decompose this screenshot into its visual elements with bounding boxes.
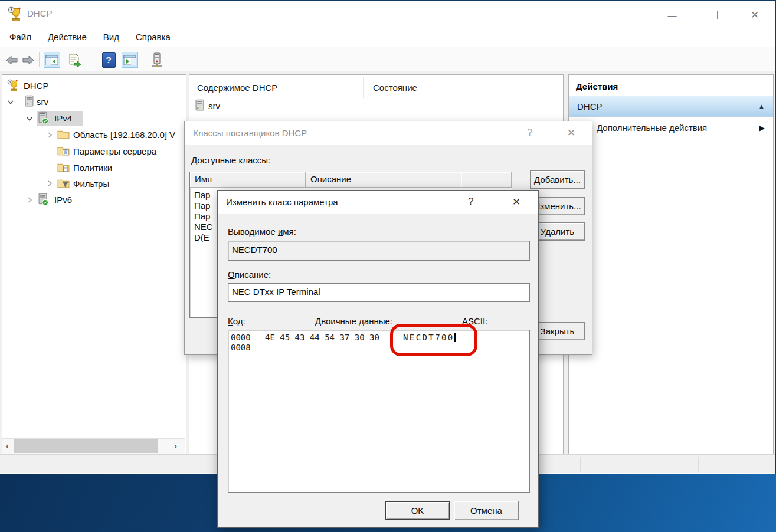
tree-item-ipv4[interactable]: IPv4 [54, 113, 72, 123]
actions-group-dhcp[interactable]: DHCP ▲ [569, 96, 773, 117]
filters-icon [57, 178, 70, 189]
server-icon [195, 99, 204, 111]
edit-dialog-titlebar[interactable]: Изменить класс параметра ? ✕ [218, 191, 538, 214]
tree-item-ipv6[interactable]: IPv6 [54, 195, 72, 205]
window-titlebar[interactable]: DHCP — ✕ [0, 1, 775, 27]
display-name-value: NECDT700 [228, 241, 529, 255]
vendor-dialog-titlebar[interactable]: Классы поставщиков DHCP ? ✕ [185, 121, 592, 145]
tree-item-srv[interactable]: srv [37, 97, 48, 107]
code-label: Код: [228, 316, 245, 326]
maximize-button[interactable] [699, 6, 726, 24]
expander-collapsed-icon[interactable] [46, 180, 53, 187]
dialog-help-icon[interactable]: ? [468, 196, 473, 208]
window-title: DHCP [27, 8, 53, 18]
actions-item-more-actions[interactable]: Дополнительные действия ▶ [569, 117, 773, 139]
vendor-dialog-title: Классы поставщиков DHCP [193, 128, 307, 138]
dhcp-app-icon [8, 6, 24, 22]
hex-offset: 0000 [231, 333, 251, 342]
actions-header: Действия [576, 81, 618, 91]
column-separator[interactable] [499, 77, 499, 98]
server-tool-icon [151, 52, 163, 68]
description-field[interactable]: NEC DTxx IP Terminal [228, 283, 530, 302]
tree-item-dhcp[interactable]: DHCP [24, 81, 49, 91]
expander-expanded-icon[interactable] [26, 115, 33, 122]
export-list-button[interactable] [66, 52, 83, 68]
toolbar: ? [0, 47, 775, 71]
statusbar-separator [580, 457, 581, 472]
expander-expanded-icon[interactable] [7, 98, 14, 106]
toolbar-separator [89, 52, 89, 67]
cancel-button[interactable]: Отмена [454, 501, 519, 520]
binary-data-label: Двоичные данные: [315, 316, 392, 326]
statusbar-separator [698, 457, 699, 472]
server-options-icon [57, 146, 70, 156]
listview-col-blank[interactable] [461, 172, 512, 188]
close-icon: ✕ [751, 9, 759, 21]
forward-icon [21, 55, 35, 65]
tree-item-server-options[interactable]: Параметры сервера [73, 146, 156, 156]
server-tool-button[interactable] [149, 52, 165, 68]
content-row-srv[interactable]: srv [208, 101, 220, 111]
desktop: DHCP — ✕ Файл Действие Вид Справка [0, 0, 776, 532]
more-actions-label: Дополнительные действия [597, 123, 707, 133]
description-label: Описание: [228, 270, 271, 280]
ok-button[interactable]: OK [385, 501, 450, 520]
toolbar-separator [39, 52, 40, 67]
column-header-state[interactable]: Состояние [373, 83, 417, 93]
dialog-help-icon[interactable]: ? [527, 127, 532, 139]
policies-icon [57, 162, 70, 173]
dhcp-root-icon [7, 78, 20, 93]
forward-button[interactable] [20, 52, 37, 68]
menu-view[interactable]: Вид [101, 30, 122, 44]
minimize-button[interactable]: — [659, 6, 686, 24]
console-tree-panel: DHCP srv I [2, 74, 186, 454]
expander-collapsed-icon[interactable] [46, 132, 53, 139]
available-classes-label: Доступные классы: [191, 155, 270, 165]
binary-editor[interactable]: 0000 4E 45 43 44 54 37 30 30 NECDT700 00… [228, 330, 530, 493]
display-name-label: Выводимое имя: [228, 226, 296, 237]
tree-item-filters[interactable]: Фильтры [73, 179, 109, 189]
hex-bytes: 4E 45 43 44 54 37 30 30 [265, 333, 379, 342]
maximize-icon [709, 11, 718, 19]
submenu-arrow-icon: ▶ [759, 124, 765, 132]
column-separator[interactable] [363, 77, 364, 98]
server-check-icon [38, 193, 48, 206]
menu-action[interactable]: Действие [45, 30, 89, 44]
minimize-icon: — [668, 10, 677, 20]
dialog-close-icon[interactable]: ✕ [512, 196, 520, 208]
listview-col-description[interactable]: Описание [306, 172, 461, 188]
back-button[interactable] [4, 52, 20, 68]
help-icon: ? [102, 52, 116, 68]
tree-item-policies[interactable]: Политики [73, 163, 112, 173]
action-pane-icon [123, 55, 136, 65]
menu-file[interactable]: Файл [7, 30, 34, 44]
hex-offset: 0008 [231, 343, 251, 352]
scroll-left-icon[interactable]: ‹ [6, 441, 9, 451]
expander-collapsed-icon[interactable] [26, 196, 33, 203]
column-header-content[interactable]: Содержимое DHCP [197, 83, 277, 93]
scrollbar-thumb[interactable] [14, 439, 158, 453]
export-list-icon [68, 54, 81, 67]
description-value: NEC DTxx IP Terminal [228, 284, 529, 297]
back-icon [5, 55, 19, 65]
show-action-pane-button[interactable] [122, 52, 138, 68]
console-tree-icon [45, 55, 58, 65]
edit-class-dialog: Изменить класс параметра ? ✕ Выводимое и… [217, 190, 539, 528]
scroll-right-icon[interactable]: › [174, 441, 177, 451]
menu-bar: Файл Действие Вид Справка [0, 27, 775, 47]
show-console-tree-button[interactable] [44, 52, 60, 68]
collapse-icon[interactable]: ▲ [758, 103, 765, 110]
server-check-icon [38, 111, 48, 125]
close-button[interactable]: ✕ [741, 6, 768, 24]
tree-item-scope[interactable]: Область [192.168.20.0] V [73, 130, 175, 140]
dialog-close-icon[interactable]: ✕ [567, 127, 575, 139]
server-icon [25, 95, 34, 107]
add-button[interactable]: Добавить... [530, 170, 585, 189]
edit-dialog-title: Изменить класс параметра [226, 197, 338, 207]
help-button[interactable]: ? [100, 52, 117, 68]
actions-group-label: DHCP [577, 101, 603, 111]
red-highlight-annotation [390, 324, 477, 356]
listview-col-name[interactable]: Имя [190, 172, 306, 188]
menu-help[interactable]: Справка [133, 30, 173, 44]
display-name-field[interactable]: NECDT700 [228, 241, 530, 261]
